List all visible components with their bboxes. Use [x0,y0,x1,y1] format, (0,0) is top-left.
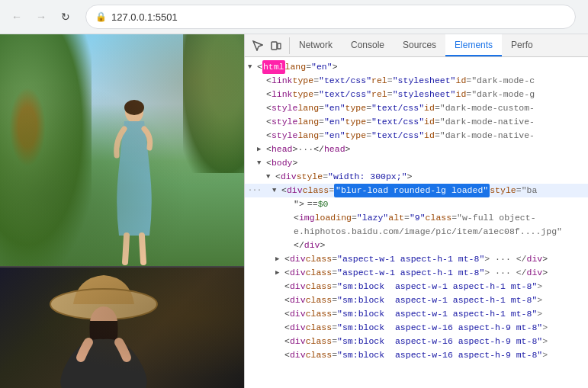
tab-performance[interactable]: Perfo [502,34,542,56]
triangle-16[interactable] [275,266,284,280]
svg-rect-5 [272,42,277,50]
refresh-button[interactable]: ↻ [55,6,76,27]
lock-icon: 🔒 [95,11,107,22]
triangle-9[interactable] [266,170,275,184]
image-bottom [0,266,244,388]
code-line-22: <div class="sm:block aspect-w-16 aspect-… [245,348,588,362]
svg-point-1 [124,100,144,115]
photo-top-scene [0,34,244,266]
triangle-15[interactable] [275,252,284,266]
main-area: Network Console Sources Elements Perfo [0,34,588,388]
code-line-9: <div style="width: 300px;" > [245,170,588,184]
triangle-1[interactable] [248,60,257,74]
code-line-14: </div> [245,239,588,252]
code-line-16: <div class="aspect-w-1 aspect-h-1 mt-8" … [245,266,588,280]
tab-network[interactable]: Network [290,34,342,56]
tab-elements[interactable]: Elements [445,34,502,56]
triangle-10[interactable] [272,184,281,197]
images-panel [0,34,244,388]
triangle-7[interactable] [257,143,266,156]
element-picker-button[interactable] [249,37,266,54]
code-line-11: "> == $0 [245,197,588,211]
tab-console[interactable]: Console [342,34,394,56]
triangle-8[interactable] [257,156,266,170]
address-bar[interactable]: 🔒 127.0.0.1:5501 [85,5,576,29]
code-line-7: <head> ··· </head> [245,143,588,156]
code-line-1: <html lang="en" > [245,60,588,74]
person-blue-svg [108,98,161,266]
code-panel[interactable]: <html lang="en" > <link type="text/css" … [245,57,588,388]
devtools-panel: Network Console Sources Elements Perfo [244,34,588,388]
nav-controls: ← → ↻ 🔒 127.0.0.1:5501 [0,0,588,34]
code-line-3: <link type="text/css" rel="stylesheet" i… [245,88,588,101]
devtools-toolbar: Network Console Sources Elements Perfo [245,34,588,57]
browser-chrome: ← → ↻ 🔒 127.0.0.1:5501 [0,0,588,34]
code-line-19: <div class="sm:block aspect-w-1 aspect-h… [245,307,588,321]
woman-hat-svg [43,268,195,388]
code-line-13: e.hiphotos.baidu.com/image/pic/item/a1ec… [245,225,588,239]
url-text: 127.0.0.1:5501 [111,11,178,23]
photo-bottom-scene [0,268,244,388]
code-line-12: <img loading="lazy" alt="9" class="w-ful… [245,211,588,225]
devtools-icon-group [245,37,290,54]
code-line-21: <div class="sm:block aspect-w-16 aspect-… [245,335,588,348]
code-line-6: <style lang="en" type="text/css" id="dar… [245,129,588,143]
image-top [0,34,244,266]
code-line-17: <div class="sm:block aspect-w-1 aspect-h… [245,280,588,293]
code-line-20: <div class="sm:block aspect-w-16 aspect-… [245,321,588,335]
code-line-10: ··· <div class="blur-load rounded-lg loa… [245,184,588,197]
code-line-18: <div class="sm:block aspect-w-1 aspect-h… [245,293,588,307]
svg-rect-6 [278,43,281,49]
code-line-5: <style lang="en" type="text/css" id="dar… [245,115,588,129]
tab-sources[interactable]: Sources [394,34,445,56]
tree-right [183,34,244,173]
tree-left [0,34,92,266]
forward-button[interactable]: → [31,6,52,27]
device-toggle-button[interactable] [268,37,284,54]
devtools-tabs: Network Console Sources Elements Perfo [290,34,588,56]
code-line-2: <link type="text/css" rel="stylesheet" i… [245,74,588,88]
code-line-15: <div class="aspect-w-1 aspect-h-1 mt-8" … [245,252,588,266]
back-button[interactable]: ← [6,6,27,27]
code-line-4: <style lang="en" type="text/css" id="dar… [245,101,588,115]
code-line-8: <body> [245,156,588,170]
